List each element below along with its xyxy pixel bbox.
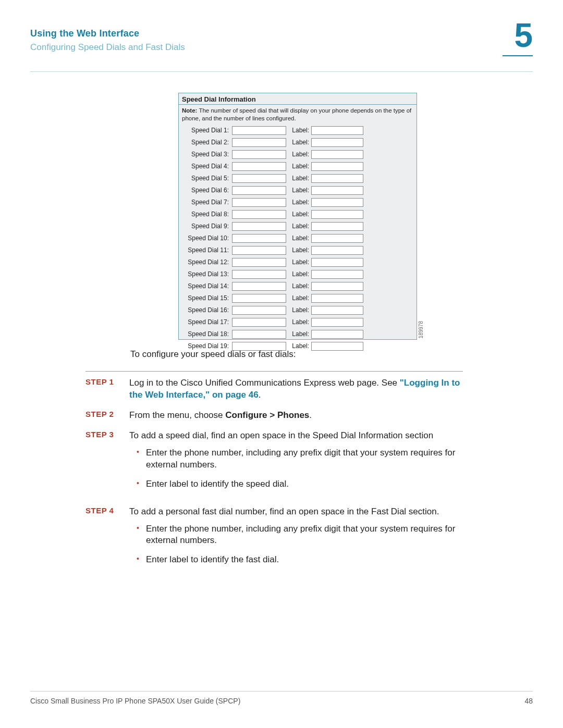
label-input[interactable] (311, 270, 363, 279)
speed-dial-label: Speed Dial 14: (180, 282, 230, 290)
step-4-bullet-2: Enter label to identify the fast dial. (137, 554, 463, 566)
speed-dial-input[interactable] (232, 198, 286, 207)
speed-dial-row: Speed Dial 9:Label: (180, 220, 415, 232)
speed-dial-row: Speed Dial 4:Label: (180, 161, 415, 172)
speed-dial-label: Speed Dial 9: (180, 223, 230, 230)
chapter-number: 5 (503, 19, 533, 52)
label-input[interactable] (311, 330, 363, 339)
speed-dial-label: Speed Dial 7: (180, 199, 230, 206)
label-input[interactable] (311, 126, 363, 135)
label-text: Label: (288, 330, 309, 338)
panel-title: Speed Dial Information (179, 93, 417, 105)
speed-dial-input[interactable] (232, 306, 286, 315)
speed-dial-label: Speed Dial 13: (180, 270, 230, 278)
speed-dial-input[interactable] (232, 210, 286, 219)
label-input[interactable] (311, 150, 363, 159)
label-input[interactable] (311, 186, 363, 195)
speed-dial-input[interactable] (232, 234, 286, 243)
speed-dial-input[interactable] (232, 186, 286, 195)
label-text: Label: (288, 187, 309, 194)
step-1-pre: Log in to the Cisco Unified Communicatio… (129, 378, 400, 388)
speed-dial-input[interactable] (232, 138, 286, 147)
label-input[interactable] (311, 210, 363, 219)
panel-note: Note: The number of speed dial that will… (179, 105, 417, 125)
steps-rule (85, 371, 463, 372)
label-input[interactable] (311, 234, 363, 243)
speed-dial-row: Speed Dial 3:Label: (180, 149, 415, 161)
header-rule (30, 71, 533, 72)
speed-dial-label: Speed Dial 3: (180, 151, 230, 158)
step-4-bullet-1: Enter the phone number, including any pr… (137, 523, 463, 547)
step-4-body: To add a personal fast dial number, find… (129, 506, 463, 574)
step-2-label: STEP 2 (85, 410, 129, 422)
label-text: Label: (288, 175, 309, 182)
label-input[interactable] (311, 258, 363, 267)
label-input[interactable] (311, 138, 363, 147)
speed-dial-input[interactable] (232, 246, 286, 255)
speed-dial-input[interactable] (232, 222, 286, 231)
speed-dial-label: Speed Dial 10: (180, 235, 230, 242)
speed-dial-row: Speed Dial 1:Label: (180, 125, 415, 137)
label-text: Label: (288, 246, 309, 254)
label-text: Label: (288, 235, 309, 242)
speed-dial-input[interactable] (232, 282, 286, 291)
speed-dial-row: Speed Dial 11:Label: (180, 244, 415, 256)
label-input[interactable] (311, 282, 363, 291)
speed-dial-row: Speed Dial 15:Label: (180, 292, 415, 304)
speed-dial-label: Speed Dial 8: (180, 211, 230, 218)
speed-dial-input[interactable] (232, 294, 286, 303)
speed-dial-row: Speed Dial 6:Label: (180, 184, 415, 196)
speed-dial-row: Speed Dial 7:Label: (180, 196, 415, 208)
speed-dial-label: Speed Dial 16: (180, 306, 230, 314)
speed-dial-input[interactable] (232, 258, 286, 267)
speed-dial-input[interactable] (232, 126, 286, 135)
label-text: Label: (288, 199, 309, 206)
step-4-text: To add a personal fast dial number, find… (129, 507, 439, 516)
speed-dial-label: Speed Dial 17: (180, 318, 230, 326)
step-1-post: . (259, 390, 261, 400)
label-text: Label: (288, 306, 309, 314)
note-text: The number of speed dial that will displ… (182, 107, 411, 121)
speed-dial-label: Speed Dial 6: (180, 187, 230, 194)
speed-dial-label: Speed Dial 4: (180, 163, 230, 170)
step-2-pre: From the menu, choose (129, 410, 225, 420)
speed-dial-row: Speed Dial 10:Label: (180, 232, 415, 244)
speed-dial-input[interactable] (232, 150, 286, 159)
speed-dial-input[interactable] (232, 318, 286, 327)
speed-dial-row: Speed Dial 17:Label: (180, 316, 415, 328)
label-input[interactable] (311, 306, 363, 315)
label-text: Label: (288, 151, 309, 158)
speed-dial-label: Speed Dial 2: (180, 139, 230, 146)
speed-dial-row: Speed Dial 13:Label: (180, 268, 415, 280)
label-input[interactable] (311, 174, 363, 183)
label-text: Label: (288, 127, 309, 134)
label-text: Label: (288, 163, 309, 170)
step-2-post: . (309, 410, 312, 420)
speed-dial-input[interactable] (232, 330, 286, 339)
footer-rule (30, 691, 533, 692)
speed-dial-input[interactable] (232, 174, 286, 183)
speed-dial-input[interactable] (232, 162, 286, 171)
label-text: Label: (288, 318, 309, 326)
label-input[interactable] (311, 198, 363, 207)
note-bold: Note: (182, 107, 197, 114)
label-input[interactable] (311, 246, 363, 255)
step-3-text: To add a speed dial, find an open space … (129, 430, 433, 440)
label-text: Label: (288, 270, 309, 278)
speed-dial-label: Speed Dial 5: (180, 175, 230, 182)
label-input[interactable] (311, 294, 363, 303)
step-3-bullet-1: Enter the phone number, including any pr… (137, 447, 463, 471)
speed-dial-label: Speed Dial 18: (180, 330, 230, 338)
label-text: Label: (288, 294, 309, 302)
label-input[interactable] (311, 222, 363, 231)
label-text: Label: (288, 139, 309, 146)
speed-dial-row: Speed Dial 14:Label: (180, 280, 415, 292)
speed-dial-input[interactable] (232, 270, 286, 279)
speed-dial-row: Speed Dial 5:Label: (180, 172, 415, 184)
intro-text: To configure your speed dials or fast di… (130, 349, 464, 360)
step-3-body: To add a speed dial, find an open space … (129, 430, 463, 498)
figure-id: 189978 (418, 321, 424, 338)
step-1-label: STEP 1 (85, 377, 129, 401)
label-input[interactable] (311, 318, 363, 327)
label-input[interactable] (311, 162, 363, 171)
